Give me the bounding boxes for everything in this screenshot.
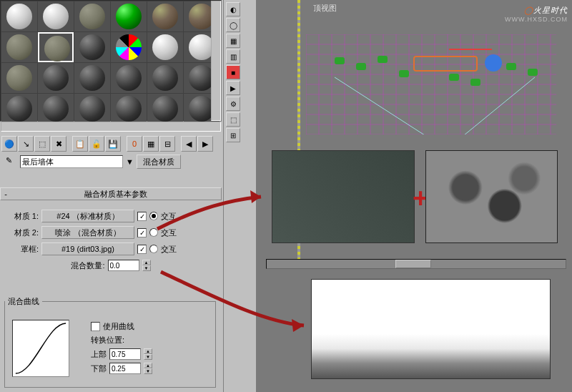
make-copy-icon[interactable]: 📋 xyxy=(72,136,88,152)
mixing-curve-group: 混合曲线 使用曲线 转换位置: 上部 ▲▼ 下部 ▲▼ xyxy=(4,296,216,388)
mat1-slot-button[interactable]: #24 （标准材质） xyxy=(41,210,134,222)
background-icon[interactable]: ▦ xyxy=(226,34,240,48)
put-to-scene-icon[interactable]: ↘ xyxy=(18,136,34,152)
mat2-radio-label: 交互 xyxy=(161,227,177,238)
foliage-object xyxy=(449,74,459,81)
material-slot-grid xyxy=(1,1,220,121)
mat2-enable-checkbox[interactable] xyxy=(137,228,147,237)
curve-preview xyxy=(12,320,69,377)
mat1-enable-checkbox[interactable] xyxy=(137,212,147,221)
mat1-label: 材质 1: xyxy=(6,211,39,222)
timeline-thumb[interactable] xyxy=(395,260,431,268)
mat1-radio-label: 交互 xyxy=(161,211,177,222)
make-unique-icon[interactable]: 🔓 xyxy=(89,136,104,152)
material-slot[interactable] xyxy=(147,1,183,31)
watermark-url: WWW.HXSD.COM xyxy=(505,16,568,23)
material-slot[interactable] xyxy=(147,32,183,62)
material-slot[interactable] xyxy=(74,32,110,62)
material-name-input[interactable] xyxy=(20,155,123,168)
mat2-slot-button[interactable]: 喷涂 （混合材质） xyxy=(41,226,134,239)
mat1-interactive-radio[interactable] xyxy=(149,212,158,220)
mask-slot-button[interactable]: #19 (dirt03.jpg) xyxy=(41,242,134,255)
material-map-nav-icon[interactable]: ⊞ xyxy=(226,128,240,142)
material-slot[interactable] xyxy=(1,32,37,62)
texture-preview-mask xyxy=(311,279,551,379)
assign-to-sel-icon[interactable]: ⬚ xyxy=(34,136,50,152)
material-slot[interactable] xyxy=(111,1,147,31)
make-preview-icon[interactable]: ▶ xyxy=(226,81,240,95)
material-slot[interactable] xyxy=(38,94,74,124)
material-type-button[interactable]: 混合材质 xyxy=(137,155,181,169)
material-slot[interactable] xyxy=(74,63,110,93)
material-slot[interactable] xyxy=(111,32,147,62)
watermark-brand: ◯火星时代 xyxy=(505,3,568,16)
slots-scroll-horizontal[interactable] xyxy=(1,122,221,132)
foliage-object xyxy=(335,57,345,64)
material-slot[interactable] xyxy=(1,63,37,93)
material-slot[interactable] xyxy=(147,94,183,124)
mat2-label: 材质 2: xyxy=(6,227,39,238)
show-in-vp-icon[interactable]: ▦ xyxy=(143,136,159,152)
material-slot[interactable] xyxy=(111,94,147,124)
mask-row: 罩框: #19 (dirt03.jpg) 交互 xyxy=(6,242,216,255)
go-forward-icon[interactable]: ▶ xyxy=(197,136,213,152)
sample-type-icon[interactable]: ◐ xyxy=(226,2,240,16)
options-icon[interactable]: ⚙ xyxy=(226,97,240,111)
dropdown-arrow-icon[interactable]: ▼ xyxy=(126,157,134,166)
material-slot[interactable] xyxy=(1,94,37,124)
spinner-up-icon[interactable]: ▲ xyxy=(144,363,152,368)
foliage-object xyxy=(470,79,480,86)
slots-scroll-vertical[interactable] xyxy=(211,1,221,121)
spinner-down-icon[interactable]: ▼ xyxy=(142,265,151,271)
material-slot[interactable] xyxy=(74,1,110,31)
lower-input[interactable] xyxy=(109,363,141,374)
material-slot[interactable] xyxy=(74,94,110,124)
top-viewport-content[interactable] xyxy=(306,34,556,134)
sample-uv-icon[interactable]: ▥ xyxy=(226,49,240,64)
lower-label: 下部 xyxy=(91,363,107,374)
texture-preview-color xyxy=(272,150,415,243)
material-slot-selected[interactable] xyxy=(38,32,74,62)
collapse-icon: - xyxy=(1,190,11,198)
video-color-icon[interactable]: ■ xyxy=(226,65,240,79)
material-slot[interactable] xyxy=(1,1,37,31)
use-curve-checkbox[interactable] xyxy=(91,322,100,331)
material-slot[interactable] xyxy=(38,1,74,31)
upper-input[interactable] xyxy=(109,348,141,360)
spinner-up-icon[interactable]: ▲ xyxy=(142,260,151,265)
spinner-down-icon[interactable]: ▼ xyxy=(144,368,152,374)
mask-enable-checkbox[interactable] xyxy=(137,245,147,254)
go-parent-icon[interactable]: ◀ xyxy=(181,136,197,152)
mask-interactive-radio[interactable] xyxy=(149,245,158,253)
material-editor-panel: ◐ ◯ ▦ ▥ ■ ▶ ⚙ ⬚ ⊞ 🔵 ↘ ⬚ ✖ 📋 🔓 💾 0 ▦ ⊟ ◀ … xyxy=(0,0,256,392)
mix-amount-label: 混合数量: xyxy=(71,260,104,271)
show-end-icon[interactable]: ⊟ xyxy=(159,136,175,152)
select-by-mat-icon[interactable]: ⬚ xyxy=(226,112,240,127)
material-slot[interactable] xyxy=(111,63,147,93)
timeline-slider[interactable] xyxy=(266,259,566,269)
axis-gizmo-icon xyxy=(449,49,492,50)
mask-label: 罩框: xyxy=(6,244,39,255)
foliage-object xyxy=(378,56,388,63)
reset-map-icon[interactable]: ✖ xyxy=(51,136,66,152)
material-slot[interactable] xyxy=(147,63,183,93)
foliage-object xyxy=(506,63,516,70)
spinner-up-icon[interactable]: ▲ xyxy=(144,348,152,354)
scene-object-sphere xyxy=(485,54,502,72)
mat-id-icon[interactable]: 0 xyxy=(127,136,142,152)
mix-amount-row: 混合数量: ▲ ▼ xyxy=(6,260,216,271)
get-material-icon[interactable]: 🔵 xyxy=(1,136,17,152)
pick-material-icon[interactable]: ✎ xyxy=(6,156,17,167)
rollout-header[interactable]: - 融合材质基本参数 xyxy=(0,187,222,200)
backlight-icon[interactable]: ◯ xyxy=(226,18,240,32)
spinner-down-icon[interactable]: ▼ xyxy=(144,354,152,360)
transition-label: 转换位置: xyxy=(91,335,124,346)
material-slot[interactable] xyxy=(38,63,74,93)
blend-params-area: 材质 1: #24 （标准材质） 交互 材质 2: 喷涂 （混合材质） 交互 罩… xyxy=(0,202,222,275)
scene-object-box xyxy=(413,56,478,72)
watermark: ◯火星时代 WWW.HXSD.COM xyxy=(505,3,568,23)
mat2-interactive-radio[interactable] xyxy=(149,228,158,237)
foliage-object xyxy=(399,70,409,77)
put-to-lib-icon[interactable]: 💾 xyxy=(105,136,121,152)
mix-amount-input[interactable] xyxy=(108,260,139,271)
